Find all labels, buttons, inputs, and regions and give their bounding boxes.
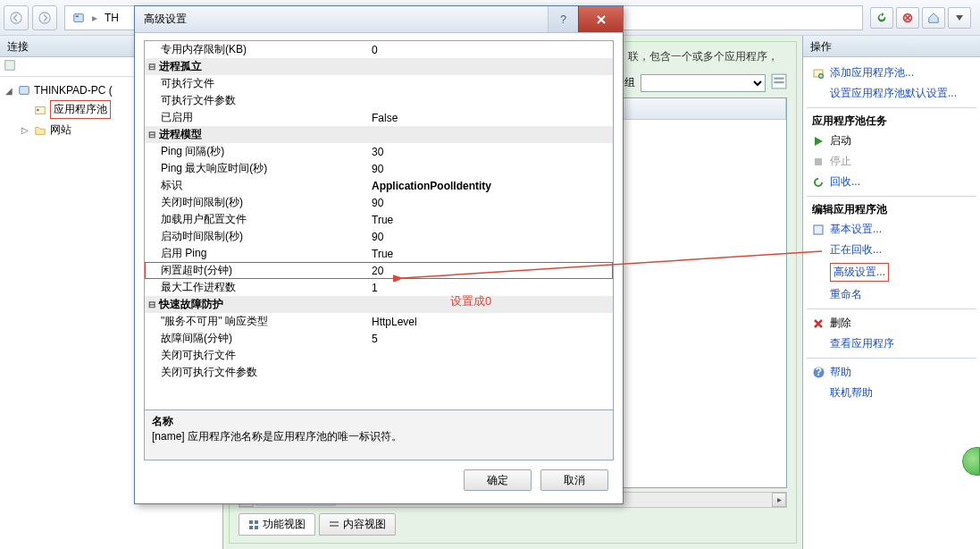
property-value[interactable]: True — [368, 248, 613, 260]
property-row[interactable]: 启动时间限制(秒)90 — [145, 228, 613, 245]
recycle-icon — [812, 176, 825, 189]
action-help[interactable]: ?帮助 — [807, 362, 976, 383]
cancel-button[interactable]: 取消 — [540, 469, 608, 491]
property-row[interactable]: "服务不可用" 响应类型HttpLevel — [145, 313, 613, 330]
action-view-apps[interactable]: 查看应用程序 — [807, 334, 976, 354]
svg-text:?: ? — [815, 367, 821, 378]
action-stop[interactable]: 停止 — [807, 151, 976, 172]
action-rename[interactable]: 重命名 — [807, 284, 976, 305]
property-value[interactable]: ApplicationPoolIdentity — [368, 180, 613, 192]
action-start[interactable]: 启动 — [807, 131, 976, 151]
tree-app-pool-label: 应用程序池 — [50, 100, 111, 119]
property-row[interactable]: Ping 最大响应时间(秒)90 — [145, 160, 613, 177]
property-row[interactable]: 闲置超时(分钟)20 — [145, 262, 613, 279]
action-delete[interactable]: 删除 — [807, 313, 976, 334]
grid-dropdown-icon[interactable] — [771, 73, 787, 92]
svg-rect-12 — [249, 520, 253, 524]
property-name: 故障间隔(分钟) — [145, 331, 368, 346]
property-row[interactable]: 关闭可执行文件参数 — [145, 364, 613, 381]
nav-back-button[interactable] — [4, 5, 29, 30]
action-online-help[interactable]: 联机帮助 — [807, 383, 976, 403]
property-row[interactable]: 已启用False — [145, 109, 613, 126]
property-value[interactable]: 5 — [368, 333, 613, 345]
collapse-icon[interactable]: ⊟ — [145, 300, 159, 309]
section-tasks: 应用程序池任务 — [807, 107, 976, 131]
home-button[interactable] — [922, 7, 945, 29]
property-name: 启用 Ping — [145, 246, 368, 261]
property-value[interactable]: 1 — [368, 282, 613, 294]
property-row[interactable]: 关闭可执行文件 — [145, 347, 613, 364]
property-category[interactable]: ⊟进程孤立 — [145, 58, 613, 75]
property-row[interactable]: 加载用户配置文件True — [145, 211, 613, 228]
property-grid[interactable]: 专用内存限制(KB)0⊟进程孤立可执行文件可执行文件参数已启用False⊟进程模… — [144, 40, 614, 410]
nav-forward-button[interactable] — [32, 5, 57, 30]
dropdown-toolbar[interactable] — [948, 7, 971, 29]
action-basic-settings[interactable]: 基本设置... — [807, 219, 976, 240]
add-icon — [812, 67, 825, 80]
action-recycle[interactable]: 回收... — [807, 172, 976, 192]
breadcrumb-item[interactable]: TH — [101, 10, 122, 26]
group-select[interactable] — [641, 74, 766, 92]
help-icon: ? — [812, 367, 825, 379]
stop-button-toolbar[interactable] — [896, 7, 919, 29]
action-advanced-settings[interactable]: 高级设置... — [807, 260, 976, 284]
property-value[interactable]: 0 — [368, 44, 613, 56]
property-name: 可执行文件 — [145, 76, 368, 91]
tree-toolbar-icon[interactable] — [4, 59, 16, 74]
tab-feature-view[interactable]: 功能视图 — [239, 513, 315, 536]
property-row[interactable]: 可执行文件参数 — [145, 92, 613, 109]
property-row[interactable]: 专用内存限制(KB)0 — [145, 41, 613, 58]
property-row[interactable]: 启用 PingTrue — [145, 245, 613, 262]
property-category[interactable]: ⊟快速故障防护 — [145, 296, 613, 313]
folder-icon — [34, 124, 46, 137]
action-set-defaults[interactable]: 设置应用程序池默认设置... — [807, 83, 976, 104]
dialog-help-button[interactable]: ? — [548, 6, 578, 32]
collapse-icon[interactable]: ⊟ — [145, 130, 159, 139]
settings-icon — [812, 224, 825, 236]
property-desc-text: [name] 应用程序池名称是应用程序池的唯一标识符。 — [152, 429, 606, 444]
property-name: 标识 — [145, 178, 368, 193]
scroll-right-button[interactable]: ▸ — [772, 493, 786, 507]
svg-rect-20 — [815, 158, 822, 165]
list-icon — [329, 519, 339, 530]
chevron-right-icon[interactable]: ▷ — [21, 125, 30, 135]
refresh-button[interactable] — [870, 7, 893, 29]
dialog-titlebar[interactable]: 高级设置 ? — [135, 6, 623, 33]
ok-button[interactable]: 确定 — [464, 469, 532, 491]
chevron-down-icon[interactable]: ◢ — [5, 86, 14, 96]
property-value[interactable]: False — [368, 112, 613, 124]
property-row[interactable]: 关闭时间限制(秒)90 — [145, 194, 613, 211]
property-value[interactable]: 90 — [368, 231, 613, 243]
property-value[interactable]: 90 — [368, 163, 613, 175]
action-add-app-pool[interactable]: 添加应用程序池... — [807, 63, 976, 83]
chevron-right-icon: ▸ — [92, 12, 97, 24]
collapse-icon[interactable]: ⊟ — [145, 62, 159, 72]
dialog-title: 高级设置 — [144, 12, 548, 27]
property-name: Ping 最大响应时间(秒) — [145, 161, 368, 176]
svg-rect-17 — [330, 525, 339, 527]
property-row[interactable]: 最大工作进程数1 — [145, 279, 613, 296]
server-icon — [72, 12, 85, 24]
server-icon — [18, 84, 30, 97]
property-name: 启动时间限制(秒) — [145, 229, 368, 244]
property-row[interactable]: 故障间隔(分钟)5 — [145, 330, 613, 347]
advanced-settings-dialog: 高级设置 ? 专用内存限制(KB)0⊟进程孤立可执行文件可执行文件参数已启用Fa… — [134, 5, 624, 504]
property-value[interactable]: 20 — [368, 265, 613, 277]
property-category[interactable]: ⊟进程模型 — [145, 126, 613, 143]
property-value[interactable]: HttpLevel — [368, 316, 613, 328]
property-value[interactable]: True — [368, 214, 613, 226]
property-name: 闲置超时(分钟) — [145, 263, 368, 278]
action-recycling[interactable]: 正在回收... — [807, 240, 976, 260]
property-value[interactable]: 30 — [368, 146, 613, 158]
tab-content-view[interactable]: 内容视图 — [319, 513, 396, 536]
property-name: 已启用 — [145, 110, 368, 125]
property-row[interactable]: 标识ApplicationPoolIdentity — [145, 177, 613, 194]
breadcrumb-root[interactable] — [69, 10, 88, 26]
property-row[interactable]: 可执行文件 — [145, 75, 613, 92]
dialog-close-button[interactable] — [578, 6, 623, 32]
property-row[interactable]: Ping 间隔(秒)30 — [145, 143, 613, 160]
svg-point-8 — [37, 108, 39, 111]
actions-header: 操作 — [803, 36, 980, 57]
property-value[interactable]: 90 — [368, 197, 613, 209]
svg-rect-13 — [255, 520, 258, 524]
